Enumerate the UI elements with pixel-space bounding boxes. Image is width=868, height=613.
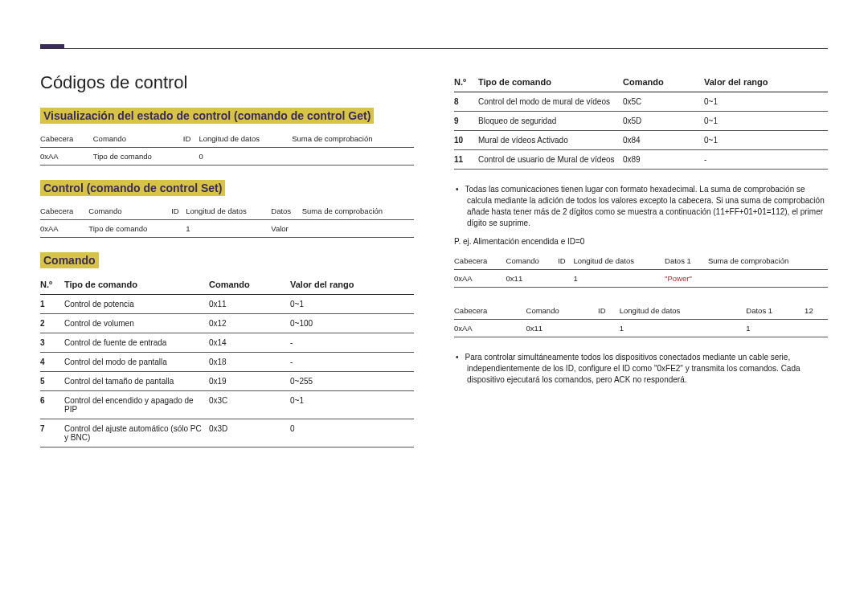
td-cmd: 0x5D [623, 112, 704, 131]
td [171, 220, 186, 238]
th: Comando [506, 252, 559, 269]
table-row: 1Control de potencia0x110~1 [40, 295, 414, 314]
td: 0xAA [40, 220, 88, 238]
th: N.º [40, 275, 64, 295]
table-get: Cabecera Comando ID Longitud de datos Su… [40, 130, 414, 166]
td: 1 [746, 320, 805, 337]
td-range: 0 [290, 419, 414, 447]
left-column: Códigos de control Visualización del est… [40, 72, 414, 462]
td-cmd: 0x11 [209, 295, 290, 314]
td-type: Control de usuario de Mural de vídeos [478, 150, 623, 170]
section-comando-heading: Comando [40, 252, 99, 268]
td-num: 3 [40, 333, 64, 353]
td: 0xAA [40, 148, 93, 166]
td-cmd: 0x3C [209, 391, 290, 419]
th: ID [598, 302, 620, 319]
table-row: 8Control del modo de mural de vídeos0x5C… [454, 92, 828, 112]
section-set-heading: Control (comando de control Set) [40, 180, 225, 196]
td-cmd: 0x89 [623, 150, 704, 170]
td-cmd: 0x5C [623, 92, 704, 112]
td-type: Control de potencia [64, 295, 209, 314]
td: 0xAA [454, 270, 506, 288]
th: Valor del rango [704, 72, 828, 92]
table-example-2: Cabecera Comando ID Longitud de datos Da… [454, 302, 828, 337]
page-title: Códigos de control [40, 72, 414, 93]
th: Datos 1 [746, 302, 805, 319]
note-item: Todas las comunicaciones tienen lugar co… [467, 184, 828, 229]
td: 1 [620, 320, 747, 337]
td-range: 0~100 [290, 314, 414, 333]
td-cmd: 0x12 [209, 314, 290, 333]
td: 0xAA [454, 320, 526, 337]
td-num: 5 [40, 372, 64, 391]
th: Cabecera [40, 202, 88, 219]
td-power: "Power" [665, 270, 708, 288]
th: Longitud de datos [620, 302, 747, 319]
td-num: 1 [40, 295, 64, 314]
td-range: 0~1 [704, 131, 828, 150]
td-num: 4 [40, 353, 64, 372]
note-block-2: Para controlar simultáneamente todos los… [467, 352, 828, 386]
table-comando-right: N.º Tipo de comando Comando Valor del ra… [454, 72, 828, 170]
th: Suma de comprobación [292, 130, 414, 147]
th: Comando [526, 302, 599, 319]
example-note: P. ej. Alimentación encendida e ID=0 [454, 237, 828, 246]
th: ID [558, 252, 573, 269]
td [805, 320, 828, 337]
td: 0x11 [506, 270, 559, 288]
td-type: Control de volumen [64, 314, 209, 333]
table-set: Cabecera Comando ID Longitud de datos Da… [40, 202, 414, 238]
right-column: N.º Tipo de comando Comando Valor del ra… [454, 72, 828, 462]
th: Tipo de comando [478, 72, 623, 92]
td-range: - [290, 333, 414, 353]
table-row: 3Control de fuente de entrada0x14- [40, 333, 414, 353]
table-row: 9Bloqueo de seguridad0x5D0~1 [454, 112, 828, 131]
td: Tipo de comando [93, 148, 183, 166]
th: Comando [209, 275, 290, 295]
td-type: Bloqueo de seguridad [478, 112, 623, 131]
td-cmd: 0x3D [209, 419, 290, 447]
table-comando-left: N.º Tipo de comando Comando Valor del ra… [40, 275, 414, 447]
note-block: Todas las comunicaciones tienen lugar co… [467, 184, 828, 229]
td-range: 0~1 [290, 391, 414, 419]
td-type: Mural de vídeos Activado [478, 131, 623, 150]
th: Cabecera [454, 302, 526, 319]
td: 0 [199, 148, 292, 166]
td-type: Control de fuente de entrada [64, 333, 209, 353]
td-range: 0~1 [704, 92, 828, 112]
td: 1 [186, 220, 271, 238]
table-row: 5Control del tamaño de pantalla0x190~255 [40, 372, 414, 391]
td: 1 [573, 270, 665, 288]
note-item: Para controlar simultáneamente todos los… [467, 352, 828, 386]
th: Longitud de datos [186, 202, 271, 219]
td-range: 0~1 [290, 295, 414, 314]
table-example-1: Cabecera Comando ID Longitud de datos Da… [454, 252, 828, 288]
th: Datos [271, 202, 301, 219]
td: Tipo de comando [88, 220, 171, 238]
th: ID [183, 130, 199, 147]
th: Valor del rango [290, 275, 414, 295]
th: Longitud de datos [573, 252, 665, 269]
th: Cabecera [40, 130, 93, 147]
td-num: 6 [40, 391, 64, 419]
table-row: 7Control del ajuste automático (sólo PC … [40, 419, 414, 447]
th: N.º [454, 72, 478, 92]
th: Suma de comprobación [302, 202, 414, 219]
table-row: 4Control del modo de pantalla0x18- [40, 353, 414, 372]
td-num: 9 [454, 112, 478, 131]
td [292, 148, 414, 166]
th: Comando [93, 130, 183, 147]
td-range: - [704, 150, 828, 170]
td [598, 320, 620, 337]
td-type: Control del ajuste automático (sólo PC y… [64, 419, 209, 447]
td: Valor [271, 220, 301, 238]
section-get-heading: Visualización del estado de control (com… [40, 108, 374, 124]
td-type: Control del modo de mural de vídeos [478, 92, 623, 112]
th: Comando [623, 72, 704, 92]
td [558, 270, 573, 288]
table-row: 6Control del encendido y apagado de PIP0… [40, 391, 414, 419]
td-cmd: 0x19 [209, 372, 290, 391]
table-row: 11Control de usuario de Mural de vídeos0… [454, 150, 828, 170]
td-num: 2 [40, 314, 64, 333]
td-range: - [290, 353, 414, 372]
